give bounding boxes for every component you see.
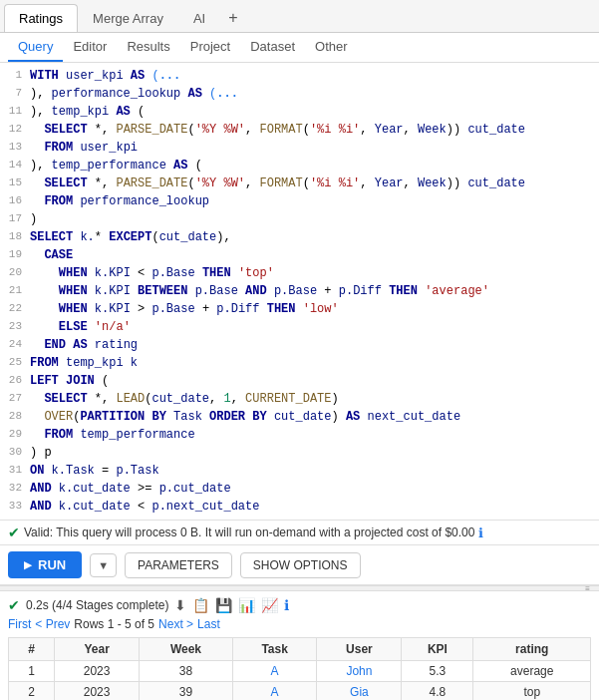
code-line-12: 12 SELECT *, PARSE_DATE('%Y %W', FORMAT(… [0,121,599,139]
code-line-25: 25 FROM temp_kpi k [0,354,599,372]
status-check-icon: ✔ [8,597,20,613]
code-line-29: 29 FROM temp_performance [0,426,599,444]
table-cell: 39 [140,682,233,701]
results-status: 0.2s (4/4 Stages complete) [26,598,168,612]
table-cell: 2023 [55,682,140,701]
top-tabs: Ratings Merge Array AI + [0,0,599,33]
table-cell: John [317,661,402,682]
code-line-7: 7 ), performance_lookup AS (... [0,85,599,103]
prev-page-link[interactable]: < Prev [35,617,70,631]
table-header-row: # Year Week Task User KPI rating [9,638,591,661]
table-cell: A [232,682,317,701]
tab-ai[interactable]: AI [178,4,220,32]
code-line-27: 27 SELECT *, LEAD(cut_date, 1, CURRENT_D… [0,390,599,408]
table-cell: Gia [317,682,402,701]
run-button[interactable]: ▶ RUN [8,551,82,578]
code-line-16: 16 FROM performance_lookup [0,192,599,210]
code-line-11: 11 ), temp_kpi AS ( [0,103,599,121]
code-line-13: 13 FROM user_kpi [0,139,599,157]
add-tab-button[interactable]: + [220,5,245,31]
sub-tabs: Query Editor Results Project Dataset Oth… [0,33,599,63]
code-line-17: 17 ) [0,210,599,228]
code-line-20: 20 WHEN k.KPI < p.Base THEN 'top' [0,264,599,282]
code-line-31: 31 ON k.Task = p.Task [0,462,599,480]
sub-tab-dataset[interactable]: Dataset [240,33,305,62]
code-line-26: 26 LEFT JOIN ( [0,372,599,390]
table-cell: 2 [9,682,55,701]
table-cell: average [473,661,591,682]
table-cell: 4.8 [402,682,473,701]
chart-icon[interactable]: 📈 [261,597,278,613]
col-header-week: Week [140,638,233,661]
col-header-rating: rating [473,638,591,661]
valid-bar: ✔ Valid: This query will process 0 B. It… [0,521,599,545]
code-line-33: 33 AND k.cut_date < p.next_cut_date [0,498,599,516]
code-line-14: 14 ), temp_performance AS ( [0,157,599,175]
sub-tab-other[interactable]: Other [305,33,358,62]
code-line-32: 32 AND k.cut_date >= p.cut_date [0,480,599,498]
code-line-18: 18 SELECT k.* EXCEPT(cut_date), [0,228,599,246]
parameters-button[interactable]: PARAMETERS [125,552,232,578]
code-line-1: 1 WITH user_kpi AS (... [0,67,599,85]
code-line-24: 24 END AS rating [0,336,599,354]
tab-merge-array[interactable]: Merge Array [78,4,178,32]
sub-tab-project[interactable]: Project [180,33,240,62]
results-table: # Year Week Task User KPI rating 1202338… [8,637,591,700]
col-header-kpi: KPI [402,638,473,661]
code-line-21: 21 WHEN k.KPI BETWEEN p.Base AND p.Base … [0,282,599,300]
copy-icon[interactable]: 📋 [192,597,209,613]
first-page-link[interactable]: First [8,617,31,631]
play-icon: ▶ [24,559,32,570]
valid-message: Valid: This query will process 0 B. It w… [24,525,474,539]
code-line-23: 23 ELSE 'n/a' [0,318,599,336]
code-line-28: 28 OVER(PARTITION BY Task ORDER BY cut_d… [0,408,599,426]
info-result-icon[interactable]: ℹ [284,597,289,613]
run-chevron-button[interactable]: ▼ [90,553,117,577]
code-line-15: 15 SELECT *, PARSE_DATE('%Y %W', FORMAT(… [0,175,599,192]
table-row: 1202338AJohn5.3average [9,661,591,682]
col-header-task: Task [232,638,317,661]
info-icon[interactable]: ℹ [478,525,483,540]
status-line: ✔ 0.2s (4/4 Stages complete) ⬇ 📋 💾 📊 📈 ℹ [8,597,591,613]
col-header-user: User [317,638,402,661]
valid-icon: ✔ [8,525,20,540]
show-options-button[interactable]: SHOW OPTIONS [240,552,361,578]
resize-dots-icon: ≡ [585,584,591,593]
code-editor[interactable]: 1 WITH user_kpi AS (... 7 ), performance… [0,63,599,521]
table-row: 2202339AGia4.8top [9,682,591,701]
pagination: First < Prev Rows 1 - 5 of 5 Next > Last [8,617,591,631]
save-icon[interactable]: 💾 [215,597,232,613]
sub-tab-results[interactable]: Results [117,33,179,62]
col-header-year: Year [55,638,140,661]
sub-tab-editor[interactable]: Editor [63,33,117,62]
table-cell: A [232,661,317,682]
col-header-hash: # [9,638,55,661]
download-icon[interactable]: ⬇ [174,597,186,613]
results-area: ✔ 0.2s (4/4 Stages complete) ⬇ 📋 💾 📊 📈 ℹ… [0,591,599,700]
table-cell: 2023 [55,661,140,682]
table-cell: top [473,682,591,701]
sheets-icon[interactable]: 📊 [238,597,255,613]
sub-tab-query[interactable]: Query [8,33,63,62]
table-cell: 1 [9,661,55,682]
table-cell: 38 [140,661,233,682]
tab-ratings[interactable]: Ratings [4,4,78,32]
code-line-30: 30 ) p [0,444,599,462]
table-cell: 5.3 [402,661,473,682]
run-bar: ▶ RUN ▼ PARAMETERS SHOW OPTIONS [0,545,599,585]
run-label: RUN [38,557,66,572]
code-line-19: 19 CASE [0,246,599,264]
last-page-link[interactable]: Last [197,617,220,631]
next-page-link[interactable]: Next > [158,617,193,631]
rows-info: Rows 1 - 5 of 5 [74,617,154,631]
code-line-22: 22 WHEN k.KPI > p.Base + p.Diff THEN 'lo… [0,300,599,318]
